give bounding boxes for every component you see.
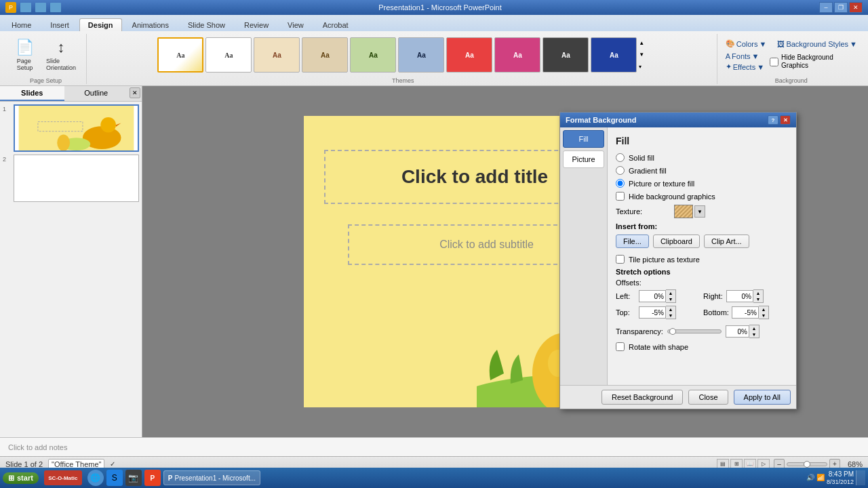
slide-preview-2[interactable]	[14, 155, 139, 202]
gradient-fill-radio[interactable]	[616, 166, 625, 175]
background-styles-button[interactable]: 🖼 Background Styles ▼	[777, 40, 857, 48]
transparency-input[interactable]	[726, 325, 749, 338]
picture-fill-label: Picture or texture fill	[629, 180, 694, 188]
clip-art-button[interactable]: Clip Art...	[704, 235, 749, 248]
app3-icon[interactable]: 📷	[125, 470, 142, 486]
insert-buttons-row: File... Clipboard Clip Art...	[616, 235, 788, 248]
solid-fill-radio[interactable]	[616, 153, 625, 162]
bottom-offset-row: Bottom: ▲ ▼	[703, 306, 788, 319]
left-down-btn[interactable]: ▼	[666, 296, 675, 302]
rotate-shape-checkbox[interactable]	[616, 342, 625, 351]
effects-button[interactable]: ✦ Effects ▼	[726, 62, 764, 71]
fonts-button[interactable]: A Fonts ▼	[726, 52, 764, 60]
sidebar-close-button[interactable]: ✕	[130, 87, 140, 98]
theme-6[interactable]: Aa	[398, 37, 444, 73]
right-up-btn[interactable]: ▲	[753, 290, 763, 296]
svg-point-5	[57, 134, 70, 150]
theme-office[interactable]: Aa	[157, 37, 203, 73]
tab-animations[interactable]: Animations	[123, 18, 178, 31]
texture-dropdown[interactable]: ▼	[694, 205, 705, 218]
top-down-btn[interactable]: ▼	[666, 312, 675, 319]
sidebar: Slides Outline ✕ 1	[0, 86, 142, 437]
close-button[interactable]: ✕	[849, 2, 863, 13]
theme-8[interactable]: Aa	[494, 37, 540, 73]
show-desktop-button[interactable]	[856, 470, 865, 485]
transparency-down-btn[interactable]: ▼	[749, 331, 759, 338]
tab-acrobat[interactable]: Acrobat	[314, 18, 357, 31]
dialog-fill-button[interactable]: Fill	[563, 130, 604, 148]
slide-orientation-button[interactable]: ↕ SlideOrientation	[41, 35, 81, 75]
right-input[interactable]	[726, 290, 753, 302]
active-app-button[interactable]: P Presentation1 - Microsoft...	[163, 470, 260, 485]
bottom-spinner-btns: ▲ ▼	[759, 306, 769, 319]
file-button[interactable]: File...	[616, 235, 649, 248]
tab-design[interactable]: Design	[79, 18, 122, 31]
colors-dropdown[interactable]: ▼	[760, 40, 767, 48]
dialog-close-footer-button[interactable]: Close	[688, 390, 728, 405]
offset-grid: Left: ▲ ▼ Right: ▲	[616, 289, 788, 319]
bottom-up-btn[interactable]: ▲	[759, 306, 768, 312]
slide-num-2: 2	[3, 155, 11, 163]
page-setup-icon: 📄	[16, 39, 34, 56]
restore-button[interactable]: ❐	[834, 2, 848, 13]
theme-4[interactable]: Aa	[302, 37, 348, 73]
clipboard-button[interactable]: Clipboard	[653, 235, 700, 248]
sidebar-tab-outline[interactable]: Outline	[64, 86, 129, 101]
bg-styles-dropdown[interactable]: ▼	[850, 40, 857, 48]
theme-10[interactable]: Aa	[591, 37, 637, 73]
tile-picture-checkbox[interactable]	[616, 255, 625, 264]
theme-9[interactable]: Aa	[542, 37, 589, 73]
bottom-down-btn[interactable]: ▼	[759, 312, 768, 319]
start-button[interactable]: ⊞ start	[3, 472, 39, 484]
dialog-help-button[interactable]: ?	[768, 115, 778, 125]
bottom-input[interactable]	[732, 306, 759, 319]
theme-3[interactable]: Aa	[254, 37, 300, 73]
page-setup-button[interactable]: 📄 PageSetup	[11, 35, 39, 75]
zoom-slider[interactable]	[787, 462, 827, 466]
transparency-up-btn[interactable]: ▲	[749, 325, 759, 331]
hide-bg-checkbox[interactable]	[770, 58, 778, 66]
solid-fill-row: Solid fill	[616, 153, 788, 162]
skype-icon[interactable]: S	[106, 470, 123, 486]
powerpoint-taskbar-icon[interactable]: P	[144, 470, 161, 486]
fonts-dropdown[interactable]: ▼	[752, 52, 760, 60]
left-input[interactable]	[639, 290, 666, 302]
theme-7[interactable]: Aa	[446, 37, 492, 73]
notes-area[interactable]: Click to add notes	[0, 437, 868, 456]
minimize-button[interactable]: –	[819, 2, 833, 13]
transparency-slider[interactable]	[667, 329, 722, 333]
effects-dropdown[interactable]: ▼	[757, 63, 764, 71]
reset-background-button[interactable]: Reset Background	[601, 390, 684, 405]
dialog-picture-button[interactable]: Picture	[563, 150, 604, 168]
slide-thumb-2[interactable]: 2	[3, 155, 139, 202]
picture-fill-radio[interactable]	[616, 179, 625, 188]
top-input[interactable]	[639, 306, 666, 319]
theme-5[interactable]: Aa	[350, 37, 396, 73]
tab-insert[interactable]: Insert	[41, 18, 78, 31]
theme-2[interactable]: Aa	[205, 37, 252, 73]
orientation-label: SlideOrientation	[46, 58, 76, 71]
right-down-btn[interactable]: ▼	[753, 296, 763, 302]
slide-preview-1[interactable]	[14, 104, 139, 152]
tab-home[interactable]: Home	[3, 18, 40, 31]
themes-scroll[interactable]: ▲ ▼ ▾	[639, 37, 648, 73]
colors-button[interactable]: 🎨 Colors ▼	[726, 39, 767, 48]
tab-slideshow[interactable]: Slide Show	[179, 18, 234, 31]
left-up-btn[interactable]: ▲	[666, 290, 675, 296]
quick-access-save[interactable]	[20, 3, 31, 12]
top-up-btn[interactable]: ▲	[666, 306, 675, 312]
dialog-close-button[interactable]: ✕	[780, 115, 791, 125]
chrome-icon[interactable]: 🌐	[87, 470, 104, 486]
slide-panel: 1 2	[0, 102, 142, 437]
hide-bg-graphics-checkbox[interactable]	[616, 192, 625, 201]
solid-fill-label: Solid fill	[629, 154, 654, 162]
tab-review[interactable]: Review	[235, 18, 277, 31]
apply-to-all-button[interactable]: Apply to All	[734, 390, 791, 405]
tab-view[interactable]: View	[279, 18, 313, 31]
clock-date: 8/31/2012	[827, 479, 854, 486]
slide-thumb-1[interactable]: 1	[3, 104, 139, 152]
sidebar-tab-slides[interactable]: Slides	[0, 86, 64, 101]
quick-access-undo[interactable]	[35, 3, 46, 12]
gradient-fill-row: Gradient fill	[616, 166, 788, 175]
quick-access-redo[interactable]	[50, 3, 61, 12]
